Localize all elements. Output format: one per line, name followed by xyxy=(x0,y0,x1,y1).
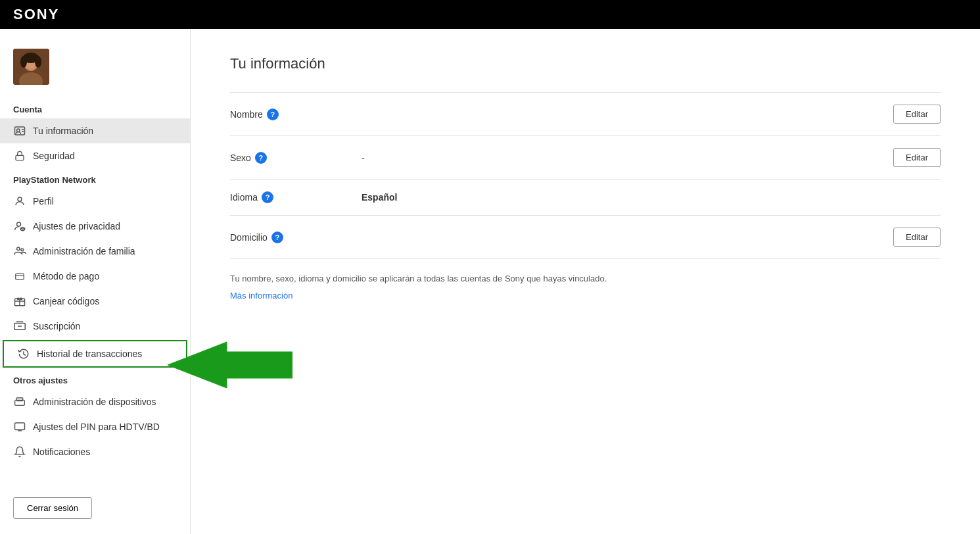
sidebar-item-perfil-label: Perfil xyxy=(33,196,54,206)
page-title: Tu información xyxy=(230,55,941,72)
sidebar-item-pago-label: Método de pago xyxy=(33,271,99,281)
history-icon xyxy=(17,347,30,360)
domicilio-edit-button[interactable]: Editar xyxy=(893,228,941,247)
sidebar: Cuenta Tu información Segurida xyxy=(0,29,191,534)
sidebar-item-privacidad-label: Ajustes de privacidad xyxy=(33,221,120,231)
sidebar-item-familia-label: Administración de familia xyxy=(33,246,135,256)
nombre-help-icon[interactable]: ? xyxy=(267,109,279,120)
tv-icon xyxy=(13,420,26,433)
devices-icon xyxy=(13,395,26,408)
lock-icon xyxy=(13,149,26,162)
svg-rect-16 xyxy=(16,274,24,279)
avatar-area xyxy=(0,42,190,98)
sexo-label: Sexo ? xyxy=(230,152,362,164)
sidebar-item-perfil[interactable]: Perfil xyxy=(0,189,190,214)
nombre-row: Nombre ? Editar xyxy=(230,92,941,136)
sidebar-item-privacidad[interactable]: Ajustes de privacidad xyxy=(0,214,190,239)
person-shield-icon xyxy=(13,220,26,233)
sidebar-item-pago[interactable]: Método de pago xyxy=(0,264,190,289)
logout-button[interactable]: Cerrar sesión xyxy=(13,497,92,519)
subscription-icon xyxy=(13,320,26,333)
svg-point-13 xyxy=(17,222,21,226)
sexo-edit-button[interactable]: Editar xyxy=(893,148,941,167)
sony-logo: SONY xyxy=(13,6,59,23)
svg-point-15 xyxy=(21,249,24,251)
sidebar-item-historial-label: Historial de transacciones xyxy=(37,349,142,359)
sidebar-item-suscripcion-label: Suscripción xyxy=(33,321,80,331)
sexo-value: - xyxy=(362,153,893,163)
main-content: Tu información Nombre ? Editar Sexo ? - … xyxy=(191,29,980,534)
person-card-icon xyxy=(13,124,26,137)
sidebar-item-suscripcion[interactable]: Suscripción xyxy=(0,314,190,339)
sidebar-item-codigos-label: Canjear códigos xyxy=(33,296,99,306)
psn-section-label: PlayStation Network xyxy=(0,168,190,189)
svg-point-12 xyxy=(18,197,22,201)
topbar: SONY xyxy=(0,0,980,29)
sidebar-item-tu-informacion-label: Tu información xyxy=(33,126,93,136)
sidebar-item-notificaciones[interactable]: Notificaciones xyxy=(0,439,190,464)
sidebar-item-dispositivos[interactable]: Administración de dispositivos xyxy=(0,389,190,414)
person-icon xyxy=(13,195,26,208)
cuenta-section-label: Cuenta xyxy=(0,98,190,118)
main-layout: Cuenta Tu información Segurida xyxy=(0,29,980,534)
nombre-edit-button[interactable]: Editar xyxy=(893,105,941,124)
avatar xyxy=(13,49,49,85)
idioma-value: Español xyxy=(362,192,941,203)
family-icon xyxy=(13,245,26,258)
card-icon xyxy=(13,270,26,283)
sidebar-item-hdtv[interactable]: Ajustes del PIN para HDTV/BD xyxy=(0,414,190,439)
domicilio-label: Domicilio ? xyxy=(230,231,362,243)
sidebar-item-familia[interactable]: Administración de familia xyxy=(0,239,190,264)
sidebar-item-notificaciones-label: Notificaciones xyxy=(33,447,90,457)
domicilio-help-icon[interactable]: ? xyxy=(271,231,283,243)
bell-icon xyxy=(13,445,26,458)
sidebar-item-hdtv-label: Ajustes del PIN para HDTV/BD xyxy=(33,422,160,432)
svg-rect-11 xyxy=(16,155,24,160)
sidebar-item-tu-informacion[interactable]: Tu información xyxy=(0,118,190,143)
svg-point-6 xyxy=(35,56,41,68)
info-note: Tu nombre, sexo, idioma y domicilio se a… xyxy=(230,272,941,285)
sexo-help-icon[interactable]: ? xyxy=(255,152,267,164)
sidebar-item-codigos[interactable]: Canjear códigos xyxy=(0,289,190,314)
sidebar-item-seguridad[interactable]: Seguridad xyxy=(0,143,190,168)
sidebar-item-seguridad-label: Seguridad xyxy=(33,151,75,161)
more-info-link[interactable]: Más información xyxy=(230,291,292,301)
idioma-row: Idioma ? Español xyxy=(230,180,941,216)
sidebar-item-historial[interactable]: Historial de transacciones xyxy=(3,340,187,368)
sexo-row: Sexo ? - Editar xyxy=(230,136,941,180)
sidebar-item-dispositivos-label: Administración de dispositivos xyxy=(33,397,156,407)
otros-section-label: Otros ajustes xyxy=(0,369,190,389)
svg-point-14 xyxy=(17,247,20,251)
svg-point-5 xyxy=(20,56,27,68)
gift-icon xyxy=(13,295,26,308)
idioma-help-icon[interactable]: ? xyxy=(262,191,273,203)
svg-rect-23 xyxy=(15,423,25,430)
idioma-label: Idioma ? xyxy=(230,191,362,203)
domicilio-row: Domicilio ? Editar xyxy=(230,216,941,259)
nombre-label: Nombre ? xyxy=(230,109,362,120)
